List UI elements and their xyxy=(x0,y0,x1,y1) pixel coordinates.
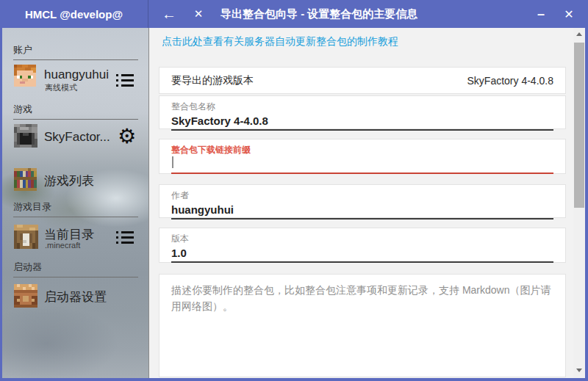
modpack-name-card: 整合包名称 xyxy=(159,95,566,129)
hmcl-window: HMCL @develop@ ← ✕ 导出整合包向导 - 设置整合包的主要信息 … xyxy=(0,0,588,381)
window-border-right xyxy=(585,28,588,381)
scroll-down-icon[interactable] xyxy=(576,369,582,372)
window-border-left xyxy=(0,28,2,381)
current-directory-path: .minecraft xyxy=(45,241,80,250)
sidebar: 账户 huangyuhui 离线模式 xyxy=(2,28,149,378)
account-name: huangyuhui xyxy=(44,68,109,82)
back-arrow-icon[interactable]: ← xyxy=(160,5,178,23)
url-prefix-input[interactable] xyxy=(171,156,553,174)
avatar xyxy=(14,65,36,87)
app-title: HMCL @develop@ xyxy=(0,0,148,28)
current-version-label: SkyFactor... xyxy=(44,130,110,145)
account-type: 离线模式 xyxy=(45,82,77,93)
wizard-title: 导出整合包向导 - 设置整合包的主要信息 xyxy=(220,7,417,21)
game-list-label: 游戏列表 xyxy=(44,173,94,189)
url-prefix-card: 整合包下载链接前缀 xyxy=(159,139,566,174)
author-label: 作者 xyxy=(171,189,553,202)
description-card xyxy=(159,274,566,377)
version-input[interactable] xyxy=(171,245,553,263)
title-bar: HMCL @develop@ ← ✕ 导出整合包向导 - 设置整合包的主要信息 … xyxy=(0,0,588,28)
directory-list-icon[interactable] xyxy=(116,231,134,244)
minimize-button[interactable]: – xyxy=(532,5,550,23)
gear-icon[interactable]: ⚙ xyxy=(118,126,136,147)
text-caret xyxy=(172,156,173,168)
cartography-table-icon xyxy=(14,225,38,249)
window-border-bottom xyxy=(0,378,588,381)
account-list-icon[interactable] xyxy=(116,74,134,87)
tutorial-link[interactable]: 点击此处查看有关服务器自动更新整合包的制作教程 xyxy=(162,35,398,48)
version-label: 版本 xyxy=(171,233,553,245)
section-account: 账户 xyxy=(13,43,138,60)
version-card: 版本 xyxy=(159,228,566,263)
modpack-name-input[interactable] xyxy=(171,113,553,131)
launcher-settings-label: 启动器设置 xyxy=(44,289,107,305)
game-version-label: 要导出的游戏版本 xyxy=(171,74,254,87)
scrollbar[interactable] xyxy=(573,28,585,378)
section-directory: 游戏目录 xyxy=(13,200,138,217)
scrollbar-thumb[interactable] xyxy=(574,43,584,208)
section-game: 游戏 xyxy=(13,103,138,120)
url-prefix-label: 整合包下载链接前缀 xyxy=(171,144,553,156)
furnace-icon xyxy=(14,124,37,148)
bookshelf-icon xyxy=(14,168,37,191)
command-block-icon xyxy=(14,284,37,308)
section-launcher: 启动器 xyxy=(13,261,138,277)
description-textarea[interactable] xyxy=(171,282,553,369)
wizard-main: 点击此处查看有关服务器自动更新整合包的制作教程 要导出的游戏版本 SkyFact… xyxy=(149,28,585,378)
author-card: 作者 xyxy=(159,184,566,218)
wizard-title-bar: ← ✕ 导出整合包向导 - 设置整合包的主要信息 – ✕ xyxy=(148,0,588,28)
modpack-name-label: 整合包名称 xyxy=(171,101,553,113)
close-wizard-icon[interactable]: ✕ xyxy=(190,5,207,23)
author-input[interactable] xyxy=(171,202,553,219)
game-version-value: SkyFactory 4-4.0.8 xyxy=(467,75,554,87)
scroll-up-icon[interactable] xyxy=(576,32,582,36)
close-button[interactable]: ✕ xyxy=(560,5,578,23)
game-version-row: 要导出的游戏版本 SkyFactory 4-4.0.8 xyxy=(159,67,566,94)
